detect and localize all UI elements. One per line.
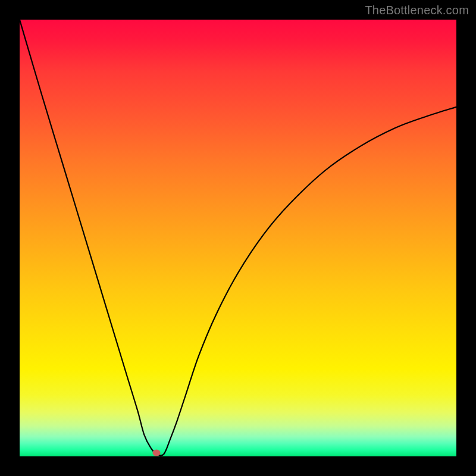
optimal-point-marker [153,450,161,456]
plot-area [20,20,456,456]
bottleneck-curve [20,20,456,456]
chart-frame: TheBottleneck.com [0,0,476,476]
watermark-text: TheBottleneck.com [365,4,469,17]
